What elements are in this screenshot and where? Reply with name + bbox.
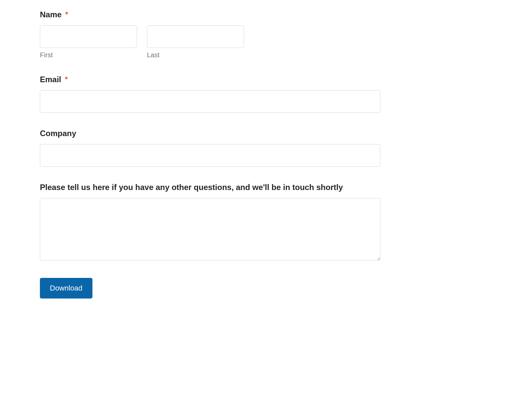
email-label: Email * xyxy=(40,75,380,84)
first-name-column: First xyxy=(40,25,137,59)
name-label: Name * xyxy=(40,10,380,19)
download-button[interactable]: Download xyxy=(40,278,92,299)
name-row: First Last xyxy=(40,25,380,59)
name-label-text: Name xyxy=(40,10,62,19)
first-name-input[interactable] xyxy=(40,25,137,48)
company-label: Company xyxy=(40,129,380,138)
first-name-sublabel: First xyxy=(40,51,137,59)
email-required-mark: * xyxy=(65,75,68,84)
questions-label: Please tell us here if you have any othe… xyxy=(40,183,380,192)
email-label-text: Email xyxy=(40,75,61,84)
company-input[interactable] xyxy=(40,144,380,167)
last-name-input[interactable] xyxy=(147,25,244,48)
email-field-group: Email * xyxy=(40,75,380,113)
questions-textarea[interactable] xyxy=(40,198,380,261)
company-field-group: Company xyxy=(40,129,380,167)
download-form: Name * First Last Email * Company Please… xyxy=(40,10,380,299)
email-input[interactable] xyxy=(40,90,380,113)
name-field-group: Name * First Last xyxy=(40,10,380,59)
submit-row: Download xyxy=(40,278,380,299)
last-name-sublabel: Last xyxy=(147,51,244,59)
name-required-mark: * xyxy=(65,10,68,19)
questions-field-group: Please tell us here if you have any othe… xyxy=(40,183,380,262)
last-name-column: Last xyxy=(147,25,244,59)
